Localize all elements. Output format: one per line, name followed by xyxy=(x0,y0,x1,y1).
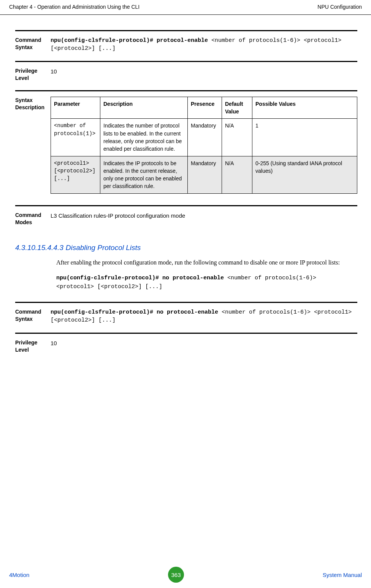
footer-right: System Manual xyxy=(323,572,362,578)
table-row: <protocol1> [<protocol2>] [...] Indicate… xyxy=(51,156,357,193)
command-syntax-cmd: npu(config-clsfrule-protocol)# no protoc… xyxy=(51,309,222,316)
subsection-heading: 4.3.10.15.4.4.3Disabling Protocol Lists xyxy=(15,244,357,252)
footer-left: 4Motion xyxy=(9,572,29,578)
command-syntax-label: Command Syntax xyxy=(15,37,51,51)
table-header-row: Parameter Description Presence Default V… xyxy=(51,97,357,119)
privilege-level-label: Privilege Level xyxy=(15,67,51,82)
subsection-number: 4.3.10.15.4.4.3 xyxy=(15,244,63,252)
page-header: Chapter 4 - Operation and Administration… xyxy=(0,0,371,15)
page-footer: 4Motion 363 System Manual xyxy=(0,567,371,583)
privilege-level-value: 10 xyxy=(51,67,357,75)
table-row: <number of protocols(1)> Indicates the n… xyxy=(51,119,357,156)
command-modes-block: Command Modes L3 Classification rules-IP… xyxy=(15,205,357,236)
subsection-title: Disabling Protocol Lists xyxy=(66,244,141,252)
header-right: NPU Configuration xyxy=(317,4,362,10)
command-modes-label: Command Modes xyxy=(15,212,51,226)
privilege-level-block-2: Privilege Level 10 xyxy=(15,333,357,362)
cell-parameter: <protocol1> [<protocol2>] [...] xyxy=(51,156,100,193)
cell-parameter: <number of protocols(1)> xyxy=(51,119,100,156)
privilege-level-label: Privilege Level xyxy=(15,339,51,354)
cell-presence: Mandatory xyxy=(188,119,222,156)
th-presence: Presence xyxy=(188,97,222,119)
cell-description: Indicates the IP protocols to be enabled… xyxy=(100,156,188,193)
cell-description: Indicates the number of protocol lists t… xyxy=(100,119,188,156)
page-content: Command Syntax npu(config-clsfrule-proto… xyxy=(0,15,371,362)
syntax-description-body: Parameter Description Presence Default V… xyxy=(51,97,357,194)
body-paragraph: After enabling the protocol configuratio… xyxy=(56,258,357,268)
command-syntax-block-1: Command Syntax npu(config-clsfrule-proto… xyxy=(15,30,357,61)
header-left: Chapter 4 - Operation and Administration… xyxy=(9,4,140,10)
body-code-cmd: npu(config-clsfrule-protocol)# no protoc… xyxy=(56,275,227,281)
command-syntax-label: Command Syntax xyxy=(15,308,51,323)
syntax-description-label: Syntax Description xyxy=(15,97,51,111)
th-parameter: Parameter xyxy=(51,97,100,119)
privilege-level-block-1: Privilege Level 10 xyxy=(15,61,357,90)
cell-default: N/A xyxy=(222,156,252,193)
command-syntax-cmd: npu(config-clsfrule-protocol)# protocol-… xyxy=(51,37,211,44)
command-syntax-block-2: Command Syntax npu(config-clsfrule-proto… xyxy=(15,302,357,333)
body-code: npu(config-clsfrule-protocol)# no protoc… xyxy=(56,274,357,291)
th-description: Description xyxy=(100,97,188,119)
syntax-description-block: Syntax Description Parameter Description… xyxy=(15,90,357,205)
cell-possible: 1 xyxy=(252,119,357,156)
privilege-level-value: 10 xyxy=(51,339,357,347)
th-possible-values: Possible Values xyxy=(252,97,357,119)
page-number-badge: 363 xyxy=(168,567,184,583)
command-syntax-body: npu(config-clsfrule-protocol)# no protoc… xyxy=(51,308,357,324)
command-syntax-body: npu(config-clsfrule-protocol)# protocol-… xyxy=(51,37,357,53)
cell-possible: 0-255 (Using standard IANA protocol valu… xyxy=(252,156,357,193)
cell-default: N/A xyxy=(222,119,252,156)
command-modes-value: L3 Classification rules-IP protocol conf… xyxy=(51,212,357,220)
th-default-value: Default Value xyxy=(222,97,252,119)
syntax-description-table: Parameter Description Presence Default V… xyxy=(51,97,357,194)
cell-presence: Mandatory xyxy=(188,156,222,193)
